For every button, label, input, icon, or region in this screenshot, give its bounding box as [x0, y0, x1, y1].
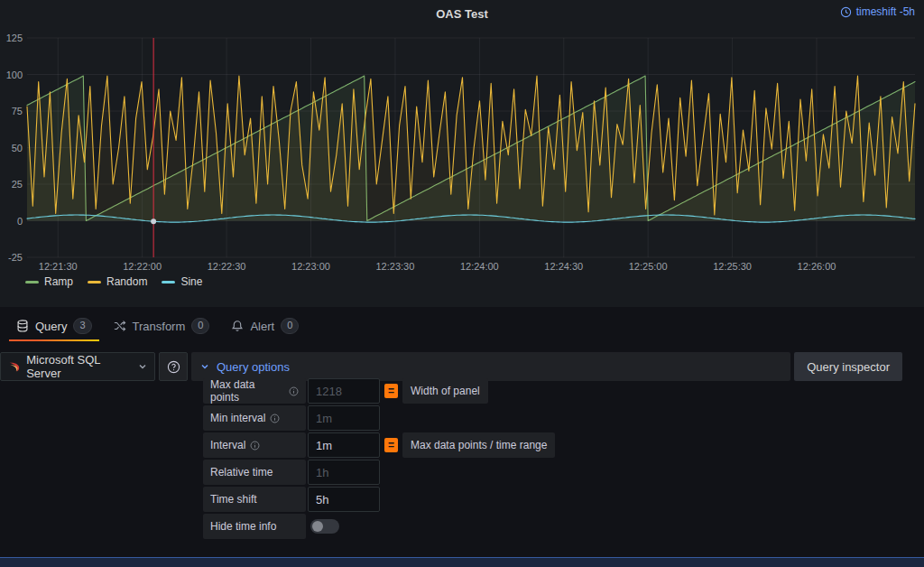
tab-query[interactable]: Query 3 [5, 311, 103, 341]
option-row-min-interval: Min interval [203, 405, 555, 431]
query-inspector-button[interactable]: Query inspector [794, 352, 902, 381]
y-axis-label: 50 [12, 143, 23, 153]
chart-legend: Ramp Random Sine [25, 275, 202, 288]
legend-item-ramp[interactable]: Ramp [25, 275, 73, 288]
tab-label: Alert [250, 320, 274, 333]
x-axis-label: 12:23:00 [291, 261, 330, 272]
panel-time-info[interactable]: timeshift -5h [840, 5, 915, 18]
legend-item-random[interactable]: Random [88, 275, 147, 288]
legend-swatch [25, 281, 39, 284]
x-axis-label: 12:22:00 [123, 261, 162, 272]
option-label: Hide time info [203, 514, 306, 539]
datasource-name: Microsoft SQL Server [26, 353, 132, 380]
option-label: Time shift [203, 487, 306, 512]
y-axis-label: 25 [12, 179, 23, 190]
legend-swatch [88, 281, 101, 284]
tab-transform[interactable]: Transform 0 [103, 311, 221, 341]
x-axis-label: 12:25:30 [713, 261, 752, 272]
legend-swatch [162, 281, 175, 284]
y-axis-label: 75 [12, 106, 23, 116]
x-axis-label: 12:22:30 [208, 261, 246, 272]
editor-tabs: Query 3 Transform 0 Alert 0 [0, 311, 924, 341]
min-interval-input[interactable] [308, 405, 380, 431]
query-options-panel: Max data points = Width of panel Min int… [203, 378, 555, 541]
option-row-max-data-points: Max data points = Width of panel [203, 378, 555, 404]
tab-count-badge: 3 [73, 318, 91, 334]
legend-label: Sine [180, 275, 202, 288]
tab-label: Query [35, 320, 67, 333]
database-icon [16, 320, 29, 332]
option-row-interval: Interval = Max data points / time range [203, 432, 555, 458]
timeshift-label: timeshift -5h [856, 5, 915, 18]
y-axis-label: -25 [8, 252, 23, 263]
query-options-label: Query options [217, 360, 290, 374]
chart-svg: -25025507510012512:21:3012:22:0012:22:30… [0, 27, 924, 278]
x-axis-label: 12:23:30 [376, 261, 415, 272]
clock-icon [840, 6, 852, 18]
option-row-hide-time-info: Hide time info [203, 514, 555, 539]
time-shift-input[interactable] [308, 487, 380, 512]
tab-alert[interactable]: Alert 0 [220, 311, 310, 341]
mssql-icon [8, 360, 20, 373]
option-note: Max data points / time range [402, 432, 555, 458]
bell-icon [231, 320, 244, 332]
question-circle-icon [167, 360, 180, 374]
option-label: Max data points [203, 378, 306, 404]
x-axis-label: 12:25:00 [629, 261, 668, 272]
tab-count-badge: 0 [191, 318, 209, 334]
interval-input[interactable] [308, 432, 380, 458]
panel-title[interactable]: OAS Test [436, 7, 488, 21]
option-note: Width of panel [402, 378, 488, 404]
equals-badge: = [384, 384, 398, 398]
equals-badge: = [384, 438, 398, 452]
x-axis-label: 12:24:30 [544, 261, 583, 272]
y-axis-label: 125 [6, 33, 23, 43]
option-label: Relative time [203, 460, 306, 485]
datasource-help-button[interactable] [159, 352, 188, 381]
chevron-down-icon [138, 362, 147, 371]
hide-time-info-toggle[interactable] [310, 519, 339, 534]
time-series-chart[interactable]: -25025507510012512:21:3012:22:0012:22:30… [0, 27, 924, 278]
legend-label: Random [106, 275, 147, 288]
y-axis-label: 0 [17, 216, 23, 227]
shuffle-icon [114, 320, 126, 332]
panel-header: OAS Test timeshift -5h [0, 0, 924, 27]
option-row-relative-time: Relative time [203, 460, 555, 485]
relative-time-input[interactable] [308, 460, 380, 485]
datasource-picker[interactable]: Microsoft SQL Server [0, 352, 155, 381]
x-axis-label: 12:26:00 [798, 261, 836, 272]
max-data-points-input[interactable] [308, 378, 380, 404]
info-icon[interactable] [250, 441, 260, 451]
option-label: Interval [203, 432, 306, 458]
x-axis-label: 12:24:00 [460, 261, 499, 272]
chevron-down-icon [200, 362, 209, 371]
option-row-time-shift: Time shift [203, 487, 555, 512]
legend-label: Ramp [44, 275, 73, 288]
x-axis-label: 12:21:30 [39, 261, 78, 272]
info-icon[interactable] [289, 386, 299, 396]
option-label: Min interval [203, 405, 306, 431]
info-icon[interactable] [270, 414, 280, 423]
query-toolbar: Microsoft SQL Server Query options Query… [0, 352, 924, 381]
y-axis-label: 100 [6, 70, 23, 80]
tab-label: Transform [133, 320, 186, 333]
timeseries-panel: OAS Test timeshift -5h -2502550751001251… [0, 0, 924, 307]
hover-point-marker [151, 218, 156, 224]
legend-item-sine[interactable]: Sine [162, 275, 202, 288]
adjacent-panel-edge [0, 557, 924, 567]
tab-count-badge: 0 [281, 318, 299, 334]
query-options-toggle[interactable]: Query options [191, 352, 790, 381]
